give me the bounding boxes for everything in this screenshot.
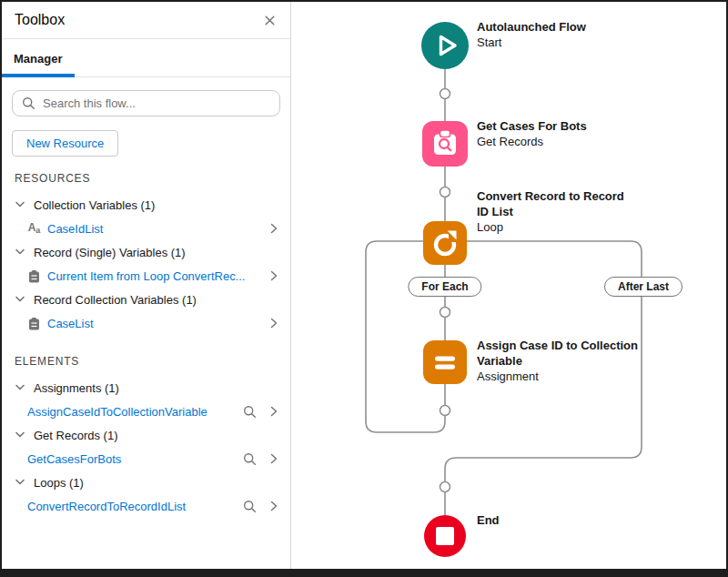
- loop-node[interactable]: [423, 221, 467, 268]
- chevron-down-icon: [15, 296, 25, 303]
- assignment-node[interactable]: [423, 340, 467, 388]
- chevron-right-icon[interactable]: [270, 270, 278, 281]
- group-get-records[interactable]: Get Records (1): [2, 423, 290, 447]
- start-node[interactable]: [421, 22, 469, 73]
- stop-square-icon: [436, 527, 454, 545]
- group-label: Assignments (1): [34, 381, 119, 395]
- panel-title: Toolbox: [15, 12, 65, 28]
- element-item-getcasesforbots[interactable]: GetCasesForBots: [2, 447, 290, 471]
- group-record-single-variables[interactable]: Record (Single) Variables (1): [2, 240, 290, 264]
- chevron-right-icon[interactable]: [270, 453, 278, 464]
- chevron-right-icon[interactable]: [270, 501, 278, 511]
- text-variable-icon: Aa: [27, 222, 41, 235]
- new-resource-button[interactable]: New Resource: [12, 130, 118, 157]
- loop-node-label: Convert Record to Record ID List Loop: [477, 188, 639, 235]
- flow-builder-window: Toolbox Manager New Resource RESOURCES C…: [0, 0, 728, 577]
- resource-link[interactable]: Current Item from Loop ConvertRec...: [47, 269, 270, 283]
- resource-link[interactable]: CaseIdList: [47, 222, 270, 236]
- group-record-collection-variables[interactable]: Record Collection Variables (1): [2, 288, 290, 311]
- group-loops[interactable]: Loops (1): [2, 471, 290, 494]
- element-link[interactable]: ConvertRecordToRecordIdList: [27, 500, 243, 513]
- group-label: Collection Variables (1): [34, 198, 155, 212]
- group-label: Record (Single) Variables (1): [34, 246, 186, 259]
- for-each-branch-label: For Each: [408, 277, 481, 297]
- start-node-label: Autolaunched Flow Start: [477, 19, 639, 50]
- search-icon: [22, 96, 35, 110]
- toolbox-tabs: Manager: [2, 39, 290, 77]
- find-in-canvas-icon[interactable]: [243, 452, 257, 466]
- end-node-label: End: [477, 512, 639, 528]
- group-label: Loops (1): [34, 476, 84, 490]
- search-input[interactable]: [43, 96, 270, 110]
- toolbox-panel: Toolbox Manager New Resource RESOURCES C…: [2, 2, 291, 569]
- flow-canvas[interactable]: Autolaunched Flow Start Get Cases For Bo…: [291, 2, 726, 569]
- for-each-loopback-connector: [366, 241, 445, 432]
- chevron-down-icon: [15, 479, 25, 486]
- add-element-button[interactable]: [440, 308, 450, 318]
- chevron-right-icon[interactable]: [270, 318, 278, 329]
- after-last-branch-label: After Last: [604, 277, 682, 297]
- end-node[interactable]: [424, 515, 466, 561]
- chevron-down-icon: [15, 201, 25, 208]
- resource-item-caseidlist[interactable]: Aa CaseIdList: [2, 217, 290, 240]
- element-link[interactable]: AssignCaseIdToCollectionVariable: [27, 405, 243, 419]
- record-variable-icon: [27, 269, 41, 283]
- resource-link[interactable]: CaseList: [47, 317, 270, 330]
- active-tab-underline: [2, 74, 75, 77]
- element-item-assigncaseid[interactable]: AssignCaseIdToCollectionVariable: [2, 400, 290, 423]
- assignment-node-label: Assign Case ID to Collection Variable As…: [477, 338, 639, 384]
- chevron-right-icon[interactable]: [270, 223, 278, 234]
- add-element-button[interactable]: [440, 89, 450, 99]
- resource-item-caselist[interactable]: CaseList: [2, 311, 290, 335]
- chevron-down-icon: [15, 384, 25, 391]
- group-label: Record Collection Variables (1): [34, 293, 197, 307]
- toolbox-header: Toolbox: [2, 2, 290, 39]
- add-element-button[interactable]: [440, 482, 450, 492]
- element-link[interactable]: GetCasesForBots: [27, 452, 243, 466]
- add-element-button[interactable]: [440, 406, 450, 416]
- tab-manager[interactable]: Manager: [2, 52, 62, 76]
- find-in-canvas-icon[interactable]: [243, 405, 257, 419]
- element-item-convertrecord[interactable]: ConvertRecordToRecordIdList: [2, 494, 290, 518]
- add-element-button[interactable]: [440, 187, 450, 197]
- find-in-canvas-icon[interactable]: [243, 500, 257, 513]
- group-label: Get Records (1): [34, 429, 117, 442]
- group-collection-variables[interactable]: Collection Variables (1): [2, 193, 290, 217]
- get-records-node-label: Get Cases For Bots Get Records: [477, 118, 639, 149]
- record-variable-icon: [27, 317, 41, 330]
- resources-section-header: RESOURCES: [15, 172, 290, 185]
- get-records-node[interactable]: [422, 121, 468, 170]
- chevron-down-icon: [15, 248, 25, 256]
- close-icon[interactable]: [262, 13, 278, 28]
- chevron-right-icon[interactable]: [270, 406, 278, 417]
- chevron-down-icon: [15, 431, 25, 439]
- resource-item-current-item[interactable]: Current Item from Loop ConvertRec...: [2, 264, 290, 288]
- group-assignments[interactable]: Assignments (1): [2, 376, 290, 400]
- flow-search-box[interactable]: [12, 90, 280, 116]
- elements-section-header: ELEMENTS: [15, 355, 290, 368]
